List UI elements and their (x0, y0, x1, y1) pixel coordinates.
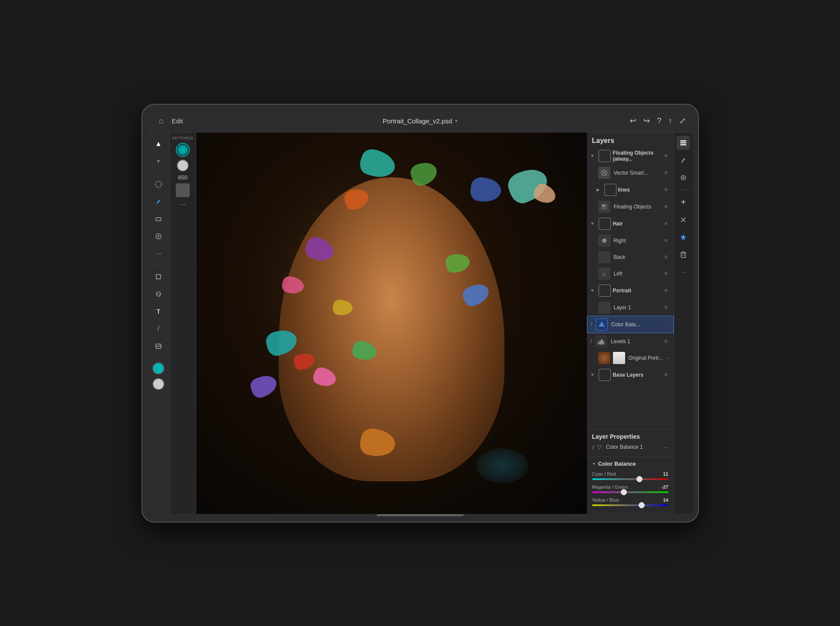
undo-button[interactable]: ↩ (630, 116, 636, 126)
export-button[interactable]: ↑ (669, 116, 672, 126)
main-area: ▲ + (148, 132, 693, 514)
fullscreen-button[interactable]: ⤢ (679, 116, 686, 126)
floating-objects-group-header[interactable]: ▼ Floating Objects (alway... 👁 (587, 147, 674, 165)
delete-layer-button[interactable] (676, 248, 690, 262)
mask-link-button[interactable] (676, 213, 690, 227)
color-balance-vis[interactable]: ⊘ (661, 321, 670, 328)
file-name: Portrait_Collage_v2.psd (382, 117, 452, 125)
portrait-group-name: Portrait (613, 288, 661, 294)
stamp-tool[interactable] (151, 229, 166, 244)
home-button[interactable]: ⌂ (155, 114, 168, 128)
portrait-group-vis[interactable]: 👁 (662, 288, 670, 294)
lines-group-header[interactable]: ▶ lines 👁 (587, 181, 674, 199)
hair-group-name: Hair (613, 221, 661, 227)
left-layer-row[interactable]: Left 👁 (587, 265, 674, 282)
settings-panel-icon[interactable] (676, 171, 690, 185)
type-tool[interactable]: T (151, 304, 166, 319)
magenta-green-thumb[interactable] (621, 489, 627, 495)
add-tool[interactable]: + (151, 153, 166, 169)
layer1-row[interactable]: Layer 1 👁 (587, 299, 674, 316)
toolbar-separator-2 (152, 265, 165, 265)
cyan-red-thumb[interactable] (636, 476, 642, 482)
lines-group-expand-icon: ▶ (596, 187, 600, 192)
color-balance-layer-row[interactable]: ƒ Color Bala... ⊘ (587, 316, 674, 333)
floating-objects-group-name: Floating Objects (alway... (613, 150, 661, 162)
layer1-name: Layer 1 (614, 305, 662, 311)
right-layer-vis[interactable]: 👁 (662, 238, 670, 244)
device-screen: ⌂ Edit Portrait_Collage_v2.psd ▾ ↩ ↪ ? ↑… (148, 110, 693, 517)
image-tool[interactable] (151, 338, 166, 354)
svg-rect-1 (156, 218, 161, 221)
svg-rect-14 (680, 140, 686, 142)
back-layer-row[interactable]: Back 👁 (587, 249, 674, 265)
cyan-red-label-row: Cyan / Red 11 (592, 471, 669, 477)
prop-triangle-icon: ▽ (597, 444, 602, 450)
yellow-blue-thumb[interactable] (639, 502, 645, 508)
file-title[interactable]: Portrait_Collage_v2.psd ▾ (382, 117, 457, 125)
prop-row: ƒ ▽ Color Balance 1 ··· (592, 444, 669, 450)
brush-opacity-indicator[interactable] (177, 159, 189, 172)
left-layer-vis[interactable]: 👁 (662, 271, 670, 277)
prop-more-button[interactable]: ··· (663, 444, 669, 450)
hair-group-header[interactable]: ▼ Hair 👁 (587, 215, 674, 232)
marquee-tool[interactable] (151, 176, 166, 192)
svg-rect-11 (600, 341, 601, 344)
hair-group-thumb (599, 218, 611, 230)
vector-smart-vis[interactable]: 👁 (662, 170, 670, 176)
help-button[interactable]: ? (657, 116, 661, 126)
select-tool[interactable]: ▲ (151, 136, 166, 152)
levels-thumb (595, 335, 607, 348)
portrait-group-header[interactable]: ▼ Portrait 👁 (587, 282, 674, 299)
crop-tool[interactable] (151, 269, 166, 285)
brushes-panel-icon[interactable] (676, 153, 690, 167)
layer1-vis[interactable]: 👁 (662, 305, 670, 311)
floating-objects-layer-row[interactable]: Floating Objects 👁 (587, 199, 674, 215)
eraser-tool[interactable] (151, 211, 166, 227)
layers-panel-icon[interactable] (676, 136, 690, 150)
svg-rect-16 (680, 144, 686, 146)
edit-button[interactable]: Edit (172, 117, 183, 125)
brush-color-swatch[interactable] (176, 183, 190, 197)
base-layers-group-vis[interactable]: 👁 (662, 372, 670, 378)
cyan-red-track[interactable] (592, 478, 669, 480)
redo-button[interactable]: ↪ (643, 116, 650, 126)
lines-group-vis[interactable]: 👁 (662, 187, 670, 193)
add-layer-button[interactable]: + (676, 195, 690, 209)
svg-rect-21 (681, 253, 685, 258)
home-bar (148, 514, 693, 517)
floating-objects-group-vis[interactable]: 👁 (662, 153, 670, 159)
yellow-blue-label: Yellow / Blue (592, 497, 619, 503)
brush-tool[interactable] (151, 194, 166, 209)
base-layers-group-header[interactable]: ▼ Base Layers 👁 (587, 366, 674, 384)
canvas-area[interactable] (196, 132, 587, 514)
back-layer-thumb (598, 251, 610, 263)
effect-button[interactable] (676, 230, 690, 244)
foreground-color[interactable] (152, 362, 165, 374)
vector-smart-layer-row[interactable]: Vector Smart... 👁 (587, 165, 674, 181)
more-options-button[interactable]: ··· (676, 265, 690, 279)
original-portrait-more[interactable]: ··· (665, 355, 670, 361)
more-tools[interactable]: ··· (151, 246, 166, 262)
color-balance-title: Color Balance (598, 460, 636, 467)
right-layer-row[interactable]: Right 👁 (587, 232, 674, 249)
yellow-blue-track[interactable] (592, 504, 669, 506)
brush-size-indicator[interactable] (176, 143, 190, 157)
brush-more-button[interactable]: ··· (179, 200, 186, 209)
base-layers-group-thumb (599, 369, 611, 381)
heal-tool[interactable] (151, 286, 166, 302)
back-layer-vis[interactable]: 👁 (662, 254, 670, 260)
original-portrait-row[interactable]: Original Portr... ··· (587, 350, 674, 366)
hair-group-vis[interactable]: 👁 (662, 221, 670, 227)
levels-vis[interactable]: 👁 (662, 338, 670, 344)
svg-rect-9 (602, 205, 605, 207)
right-layer-name: Right (614, 238, 662, 244)
layers-scroll[interactable]: ▼ Floating Objects (alway... 👁 Vector Sm (587, 147, 674, 429)
svg-rect-23 (682, 252, 685, 253)
floating-objects-layer-vis[interactable]: 👁 (662, 204, 670, 210)
magenta-green-label: Magenta / Green (592, 484, 628, 490)
line-tool[interactable]: / (151, 321, 166, 337)
vector-smart-name: Vector Smart... (614, 170, 662, 176)
levels-layer-row[interactable]: ƒ Levels 1 👁 (587, 333, 674, 350)
magenta-green-track[interactable] (592, 491, 669, 493)
background-color[interactable] (152, 378, 165, 390)
